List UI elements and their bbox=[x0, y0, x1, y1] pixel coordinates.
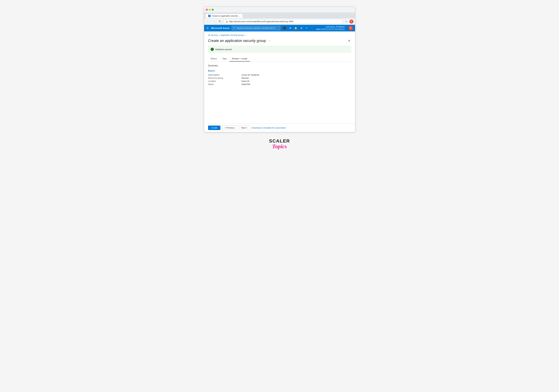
user-info: rupeshgulia_20189@ait... ARMY INSTITUTE … bbox=[316, 26, 346, 30]
browser-titlebar bbox=[204, 7, 355, 13]
basics-section: Basics Subscription Azure for Students R… bbox=[208, 70, 351, 85]
browser-window: A Create an application security ... ← →… bbox=[204, 7, 355, 132]
help-button[interactable]: ? bbox=[305, 26, 308, 30]
next-button[interactable]: Next > bbox=[239, 126, 250, 130]
forward-button[interactable]: → bbox=[212, 19, 216, 24]
user-email: rupeshgulia_20189@ait... bbox=[316, 26, 346, 28]
browser-tab[interactable]: A Create an application security ... bbox=[205, 14, 243, 18]
browser-tabs-bar: A Create an application security ... bbox=[204, 13, 355, 18]
url-input[interactable]: 🔒 https://portal.azure.com/#create/Micro… bbox=[224, 19, 343, 24]
notifications-button[interactable]: 🔔 bbox=[294, 26, 298, 30]
form-tabs: Basics Tags Review + create bbox=[208, 56, 351, 62]
topbar-right: ⬛ ⧉ 🔔 ⚙ ? 👤 rupeshgulia_20189@ait... ARM… bbox=[282, 26, 353, 30]
topics-text: Topics bbox=[0, 143, 559, 149]
browser-minimize-btn[interactable] bbox=[209, 9, 211, 11]
validation-banner: ✓ Validation passed bbox=[208, 46, 351, 53]
directory-button[interactable]: ⧉ bbox=[289, 26, 292, 30]
row-resource-group: Resource group Newset bbox=[208, 77, 351, 79]
browser-close-btn[interactable] bbox=[206, 9, 208, 11]
url-text: https://portal.azure.com/#create/Microso… bbox=[229, 20, 293, 23]
azure-search-box[interactable]: 🔍 Search resources, services, and docs (… bbox=[232, 26, 280, 30]
row-subscription: Subscription Azure for Students bbox=[208, 74, 351, 76]
page-header: Create an application security group ···… bbox=[208, 38, 351, 43]
hamburger-menu-button[interactable]: ☰ bbox=[206, 26, 209, 30]
cloud-shell-button[interactable]: ⬛ bbox=[282, 26, 287, 30]
label-resource-group: Resource group bbox=[208, 77, 241, 79]
value-name: NewASG bbox=[242, 83, 351, 85]
create-button[interactable]: Create bbox=[208, 126, 220, 130]
breadcrumb-app-security-groups[interactable]: Application security groups bbox=[220, 34, 244, 36]
basics-heading: Basics bbox=[208, 70, 351, 72]
content-spacer bbox=[208, 86, 351, 119]
search-icon: 🔍 bbox=[233, 27, 236, 29]
azure-logo: Microsoft Azure bbox=[211, 27, 230, 29]
back-button[interactable]: ← bbox=[206, 19, 210, 24]
scaler-text: SCALER bbox=[0, 139, 559, 143]
row-name: Name NewASG bbox=[208, 83, 351, 85]
ellipsis-button[interactable]: ··· bbox=[268, 39, 272, 43]
portal-content: All services > Application security grou… bbox=[204, 31, 355, 123]
label-location: Location bbox=[208, 80, 241, 82]
value-resource-group: Newset bbox=[242, 77, 351, 79]
bottom-action-bar: Create < Previous Next > Download a temp… bbox=[204, 123, 355, 132]
address-bar-container: ← → ↻ 🔒 https://portal.azure.com/#create… bbox=[204, 18, 355, 25]
validation-check-icon: ✓ bbox=[211, 48, 214, 51]
row-location: Location East US bbox=[208, 80, 351, 82]
user-org: ARMY INSTITUTE OF TECHNOLO... bbox=[316, 28, 346, 30]
label-name: Name bbox=[208, 83, 241, 85]
breadcrumb-all-services[interactable]: All services bbox=[208, 34, 218, 36]
page-title-text: Create an application security group bbox=[208, 39, 266, 43]
tab-favicon: A bbox=[208, 15, 211, 17]
tab-basics[interactable]: Basics bbox=[208, 56, 220, 61]
reload-button[interactable]: ↻ bbox=[218, 19, 222, 24]
tab-tags[interactable]: Tags bbox=[220, 56, 229, 61]
feedback-button[interactable]: 👤 bbox=[310, 26, 314, 30]
browser-action-buttons: ☆ R bbox=[344, 19, 353, 24]
summary-section-title: Summary bbox=[208, 64, 351, 67]
bookmark-button[interactable]: ☆ bbox=[344, 19, 348, 24]
breadcrumb: All services > Application security grou… bbox=[208, 34, 351, 36]
lock-icon: 🔒 bbox=[226, 20, 228, 23]
user-avatar[interactable]: R bbox=[348, 26, 353, 30]
value-location: East US bbox=[242, 80, 351, 82]
breadcrumb-sep2: > bbox=[245, 34, 246, 36]
browser-maximize-btn[interactable] bbox=[212, 9, 214, 11]
previous-button[interactable]: < Previous bbox=[222, 126, 237, 130]
tab-label: Create an application security ... bbox=[212, 15, 240, 17]
azure-topbar: ☰ Microsoft Azure 🔍 Search resources, se… bbox=[204, 25, 355, 31]
value-subscription: Azure for Students bbox=[242, 74, 351, 76]
tab-review-create[interactable]: Review + create bbox=[229, 56, 250, 61]
breadcrumb-sep1: > bbox=[219, 34, 220, 36]
browser-profile-avatar[interactable]: R bbox=[349, 19, 353, 24]
scaler-branding: SCALER Topics bbox=[0, 139, 559, 149]
settings-button[interactable]: ⚙ bbox=[300, 26, 303, 30]
page-title-container: Create an application security group ··· bbox=[208, 39, 272, 43]
validation-message: Validation passed bbox=[215, 48, 232, 51]
download-template-button[interactable]: Download a template for automation bbox=[252, 126, 286, 130]
label-subscription: Subscription bbox=[208, 74, 241, 76]
close-panel-button[interactable]: ✕ bbox=[347, 38, 351, 43]
